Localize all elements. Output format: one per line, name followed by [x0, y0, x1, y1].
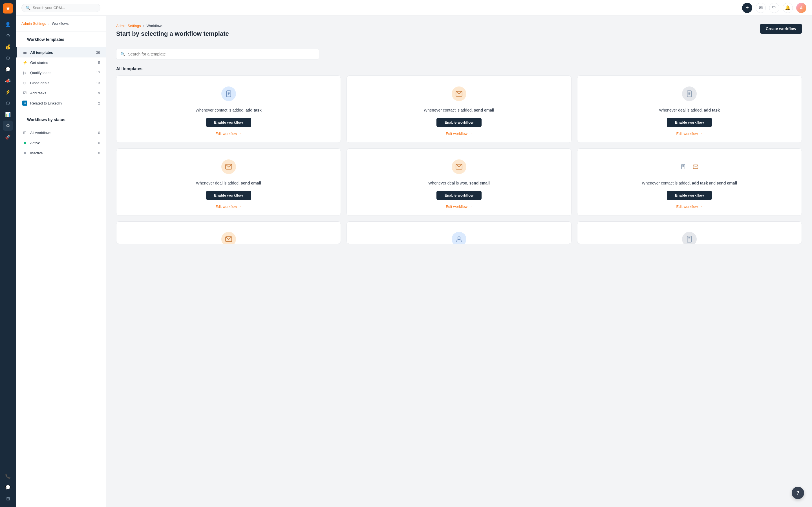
app-logo[interactable]: ★ — [3, 3, 13, 13]
nav-chat-icon[interactable]: 💬 — [3, 64, 13, 74]
card-4-enable-button[interactable]: Enable workflow — [206, 191, 251, 200]
card-5-edit-link[interactable]: Edit workflow → — [446, 205, 472, 209]
all-templates-label: All templates — [30, 50, 93, 55]
workflow-card-7 — [116, 221, 341, 244]
workflow-card-9 — [577, 221, 802, 244]
all-workflows-label: All workflows — [30, 131, 95, 135]
sidebar-item-close-deals[interactable]: ⊙ Close deals 13 — [16, 78, 106, 88]
email-icon-button[interactable]: ✉ — [756, 3, 766, 13]
linkedin-count: 2 — [98, 101, 100, 105]
workflow-card-3: Whenever deal is added, add task Enable … — [577, 75, 802, 143]
card-6-enable-button[interactable]: Enable workflow — [667, 191, 712, 200]
sidebar-item-qualify-leads[interactable]: ▷ Qualify leads 17 — [16, 68, 106, 78]
sidebar-item-inactive[interactable]: Inactive 0 — [16, 148, 106, 158]
all-templates-icon: ☰ — [22, 50, 28, 55]
sidebar-item-linkedin[interactable]: in Related to LinkedIn 2 — [16, 98, 106, 108]
nav-contacts-icon[interactable]: 👤 — [3, 19, 13, 29]
card-2-enable-button[interactable]: Enable workflow — [437, 118, 481, 127]
card-4-arrow-icon: → — [238, 205, 242, 209]
active-status-icon — [22, 140, 28, 145]
card-2-edit-link[interactable]: Edit workflow → — [446, 131, 472, 136]
all-templates-section-label: All templates — [116, 66, 802, 71]
avatar[interactable]: A — [796, 3, 806, 13]
card-4-icon-container — [221, 158, 236, 176]
card-1-enable-button[interactable]: Enable workflow — [206, 118, 251, 127]
add-tasks-count: 9 — [98, 91, 100, 95]
page-breadcrumb-sep: › — [143, 24, 144, 28]
nav-apps-icon[interactable]: ⊞ — [3, 494, 13, 504]
workflow-card-8 — [347, 221, 571, 244]
workflow-card-5: Whenever deal is won, send email Enable … — [347, 149, 571, 216]
nav-phone-icon[interactable]: 📞 — [3, 471, 13, 481]
close-deals-label: Close deals — [30, 81, 93, 85]
card-1-edit-link[interactable]: Edit workflow → — [215, 131, 242, 136]
nav-reports-icon[interactable]: 📊 — [3, 109, 13, 119]
close-deals-count: 13 — [96, 81, 100, 85]
card-3-icon — [682, 87, 697, 101]
card-1-arrow-icon: → — [238, 131, 242, 136]
qualify-leads-label: Qualify leads — [30, 71, 93, 75]
card-8-icon — [452, 232, 466, 244]
create-workflow-button[interactable]: Create workflow — [760, 24, 802, 34]
all-workflows-count: 0 — [98, 131, 100, 135]
inactive-count: 0 — [98, 151, 100, 155]
workflow-card-6: Whenever contact is added, add task and … — [577, 149, 802, 216]
linkedin-label: Related to LinkedIn — [30, 101, 95, 105]
template-search-box[interactable]: 🔍 — [116, 49, 319, 59]
nav-rocket-icon[interactable]: 🚀 — [3, 132, 13, 142]
nav-cube-icon[interactable]: ⬡ — [3, 53, 13, 63]
sidebar-item-all-workflows[interactable]: ⊞ All workflows 0 — [16, 128, 106, 138]
nav-settings-icon[interactable]: ⚙ — [3, 121, 13, 131]
card-4-edit-link[interactable]: Edit workflow → — [215, 205, 242, 209]
nav-message-icon[interactable]: 💬 — [3, 482, 13, 492]
sidebar-item-all-templates[interactable]: ☰ All templates 30 — [16, 47, 106, 57]
breadcrumb: Admin Settings › Workflows — [21, 21, 69, 25]
breadcrumb-separator: › — [48, 21, 49, 25]
card-5-description: Whenever deal is won, send email — [428, 180, 490, 186]
breadcrumb-current: Workflows — [52, 21, 69, 25]
nav-deals-icon[interactable]: 💰 — [3, 42, 13, 52]
nav-campaigns-icon[interactable]: 📣 — [3, 75, 13, 86]
sidebar-item-add-tasks[interactable]: ☑ Add tasks 9 — [16, 88, 106, 98]
topbar: 🔍 + ✉ 🛡 🔔 A — [16, 0, 812, 16]
search-input[interactable] — [33, 6, 96, 10]
card-3-enable-button[interactable]: Enable workflow — [667, 118, 712, 127]
card-5-arrow-icon: → — [469, 205, 472, 209]
shield-icon-button[interactable]: 🛡 — [769, 3, 779, 13]
svg-rect-11 — [681, 165, 685, 169]
nav-user-icon[interactable]: ⊙ — [3, 31, 13, 41]
card-4-description: Whenever deal is added, send email — [196, 180, 261, 186]
qualify-leads-icon: ▷ — [22, 70, 28, 75]
card-5-icon — [452, 159, 466, 174]
inactive-label: Inactive — [30, 151, 95, 155]
svg-point-16 — [458, 237, 460, 239]
nav-integrations-icon[interactable]: ⬡ — [3, 98, 13, 108]
sidebar-divider — [21, 113, 100, 113]
create-plus-button[interactable]: + — [742, 3, 752, 13]
inactive-status-icon — [22, 151, 28, 156]
cards-grid: Whenever contact is added, add task Enab… — [116, 75, 802, 244]
nav-automation-icon[interactable]: ⚡ — [3, 87, 13, 97]
card-6-description: Whenever contact is added, add task and … — [642, 180, 737, 186]
card-4-icon — [221, 159, 236, 174]
card-7-icon — [221, 232, 236, 244]
qualify-leads-count: 17 — [96, 71, 100, 75]
sidebar-item-get-started[interactable]: ⚡ Get started 5 — [16, 57, 106, 68]
sidebar-item-active[interactable]: Active 0 — [16, 138, 106, 148]
get-started-label: Get started — [30, 61, 95, 65]
help-button[interactable]: ? — [792, 487, 804, 499]
close-deals-icon: ⊙ — [22, 80, 28, 86]
card-5-enable-button[interactable]: Enable workflow — [437, 191, 481, 200]
card-1-icon-container — [221, 85, 236, 103]
card-6-edit-link[interactable]: Edit workflow → — [676, 205, 703, 209]
card-1-icon — [221, 87, 236, 101]
page-breadcrumb-admin[interactable]: Admin Settings — [116, 24, 141, 28]
global-search[interactable]: 🔍 — [21, 4, 100, 12]
template-search-input[interactable] — [128, 52, 315, 56]
bell-icon-button[interactable]: 🔔 — [783, 3, 793, 13]
breadcrumb-admin-link[interactable]: Admin Settings — [21, 21, 46, 25]
get-started-count: 5 — [98, 61, 100, 65]
card-3-arrow-icon: → — [699, 131, 703, 136]
active-label: Active — [30, 141, 95, 145]
card-3-edit-link[interactable]: Edit workflow → — [676, 131, 703, 136]
